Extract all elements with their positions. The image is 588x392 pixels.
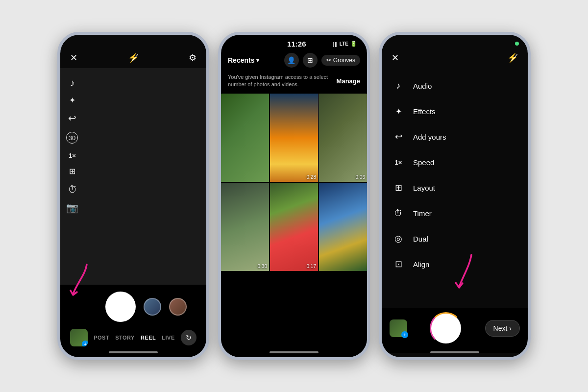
gallery-grid: 0:28 0:06 0:30 0:17 xyxy=(221,94,367,271)
music-icon[interactable]: ♪ xyxy=(66,78,78,88)
speed-label: Speed xyxy=(413,158,434,167)
timer-label: Timer xyxy=(413,209,432,218)
reel-shutter-button[interactable] xyxy=(431,313,461,343)
network-type: LTE xyxy=(340,41,348,47)
camera-viewfinder: ♪ ✦ ↩ 30 1× ⊞ ⏱ 📷 xyxy=(60,68,206,285)
pink-arrow xyxy=(68,262,95,301)
undo-icon[interactable]: ↩ xyxy=(66,113,78,123)
layout-tool-item[interactable]: ⊞ Layout xyxy=(382,175,528,200)
grooves-label: Grooves xyxy=(333,57,355,64)
gallery-header: Recents ▾ 👤 ⊞ ✂ Grooves xyxy=(221,50,367,71)
clock-icon[interactable]: ⏱ xyxy=(66,184,78,194)
gallery-cell-2[interactable]: 0:28 0:06 xyxy=(270,94,367,182)
dual-label: Dual xyxy=(413,235,428,243)
effects-tool-item[interactable]: ✦ Effects xyxy=(382,98,528,124)
gallery-cell-rocky2[interactable]: 0:30 xyxy=(221,183,269,271)
align-label: Align xyxy=(413,260,429,269)
align-icon: ⊡ xyxy=(392,257,405,271)
manage-button[interactable]: Manage xyxy=(337,77,360,85)
signal-icon: ||| xyxy=(333,41,338,47)
home-bar xyxy=(109,351,158,353)
home-bar-2 xyxy=(270,351,318,353)
recents-label: Recents xyxy=(228,56,254,64)
grooves-button[interactable]: ✂ Grooves xyxy=(321,55,360,66)
speed-icon-3: 1× xyxy=(392,155,405,169)
audio-label: Audio xyxy=(413,82,432,90)
close-button-3[interactable]: ✕ xyxy=(392,52,399,63)
reel-right-controls: Next › xyxy=(485,320,520,337)
next-button[interactable]: Next › xyxy=(485,320,520,337)
duration-rocky2: 0:30 xyxy=(258,264,267,269)
gallery-cell-palm[interactable] xyxy=(319,183,367,271)
timer-icon-3: ⏱ xyxy=(392,206,405,220)
duration-rocky: 0:06 xyxy=(356,174,365,180)
add-yours-label: Add yours xyxy=(413,133,446,141)
recents-dropdown[interactable]: Recents ▾ xyxy=(228,56,259,64)
duration-sunset: 0:28 xyxy=(307,174,316,180)
timer-tool-item[interactable]: ⏱ Timer xyxy=(382,200,528,226)
access-notice-bar: You've given Instagram access to a selec… xyxy=(221,71,367,92)
chevron-down-icon: ▾ xyxy=(256,57,259,64)
dual-icon: ◎ xyxy=(392,232,405,245)
flash-off-icon-3[interactable]: ⚡̸ xyxy=(507,52,518,63)
add-yours-icon: ↩ xyxy=(392,130,405,144)
speed-tool-item[interactable]: 1× Speed xyxy=(382,149,528,175)
pink-arrow-3 xyxy=(449,252,479,294)
settings-icon[interactable]: ⚙ xyxy=(189,52,196,63)
dual-tool-item[interactable]: ◎ Dual xyxy=(382,226,528,251)
effects-icon[interactable]: ✦ xyxy=(66,97,78,104)
gallery-cell-1[interactable] xyxy=(221,94,269,182)
layout-icon[interactable]: ⊞ xyxy=(66,168,78,175)
reel-top-bar: ✕ ⚡̸ xyxy=(382,35,528,68)
phone-1-screen: ✕ ⚡̸ ⚙ ♪ ✦ ↩ 30 1× ⊞ ⏱ 📷 xyxy=(60,35,206,357)
shutter-button[interactable] xyxy=(105,292,136,322)
live-tab[interactable]: LIVE xyxy=(162,335,174,341)
camera-top-bar: ✕ ⚡̸ ⚙ xyxy=(60,35,206,68)
status-bar: 11:26 ||| LTE 🔋 xyxy=(221,35,367,50)
duration-poppies: 0:17 xyxy=(307,264,316,269)
avatar-2[interactable] xyxy=(169,298,187,316)
person-icon-button[interactable]: 👤 xyxy=(284,53,299,68)
next-chevron-icon: › xyxy=(509,324,512,332)
story-tab[interactable]: STORY xyxy=(115,335,135,341)
gallery-action-icons: 👤 ⊞ ✂ Grooves xyxy=(284,53,360,68)
status-time: 11:26 xyxy=(287,40,306,48)
next-label: Next xyxy=(493,324,508,332)
add-yours-tool-item[interactable]: ↩ Add yours xyxy=(382,124,528,149)
scissors-icon: ✂ xyxy=(326,57,331,64)
phone-1: ✕ ⚡̸ ⚙ ♪ ✦ ↩ 30 1× ⊞ ⏱ 📷 xyxy=(57,32,209,360)
reel-shutter-wrap xyxy=(407,313,485,343)
green-indicator-dot xyxy=(515,42,519,46)
phone-3-screen: ✕ ⚡̸ ♪ Audio ✦ Effects ↩ Add yours 1× xyxy=(382,35,528,357)
camera-left-tools: ♪ ✦ ↩ 30 1× ⊞ ⏱ 📷 xyxy=(66,78,78,213)
flash-off-icon[interactable]: ⚡̸ xyxy=(128,52,139,63)
mode-tabs: POST STORY REEL LIVE xyxy=(94,335,175,341)
home-bar-3 xyxy=(430,351,479,353)
speed-1x-icon[interactable]: 1× xyxy=(66,152,78,159)
phone-3: ✕ ⚡̸ ♪ Audio ✦ Effects ↩ Add yours 1× xyxy=(379,32,531,360)
audio-tool-item[interactable]: ♪ Audio xyxy=(382,73,528,98)
phone-2: 11:26 ||| LTE 🔋 Recents ▾ 👤 ⊞ ✂ xyxy=(218,32,370,360)
status-icons: ||| LTE 🔋 xyxy=(333,41,357,47)
audio-icon: ♪ xyxy=(392,79,405,93)
reel-gallery-button[interactable]: + xyxy=(390,319,407,337)
reel-bottom-bar: + Next › xyxy=(382,308,528,353)
add-icon: + xyxy=(82,341,88,346)
rotate-button[interactable]: ↻ xyxy=(181,330,196,345)
close-button[interactable]: ✕ xyxy=(70,52,77,63)
effects-icon-3: ✦ xyxy=(392,104,405,118)
post-tab[interactable]: POST xyxy=(94,335,109,341)
reel-tab[interactable]: REEL xyxy=(141,335,156,341)
battery-icon: 🔋 xyxy=(350,41,357,47)
effects-label: Effects xyxy=(413,107,436,116)
phone-2-screen: 11:26 ||| LTE 🔋 Recents ▾ 👤 ⊞ ✂ xyxy=(221,35,367,357)
gallery-cell-poppies[interactable]: 0:17 xyxy=(270,183,318,271)
gallery-button[interactable]: + xyxy=(70,329,88,346)
layout-label: Layout xyxy=(413,184,435,192)
timer-30-icon[interactable]: 30 xyxy=(66,132,78,144)
add-icon-3: + xyxy=(401,331,408,338)
avatar-1[interactable] xyxy=(144,298,161,316)
layout-icon-3: ⊞ xyxy=(392,181,405,195)
camera-switch-icon[interactable]: 📷 xyxy=(66,203,78,213)
grid-icon-button[interactable]: ⊞ xyxy=(303,53,318,68)
